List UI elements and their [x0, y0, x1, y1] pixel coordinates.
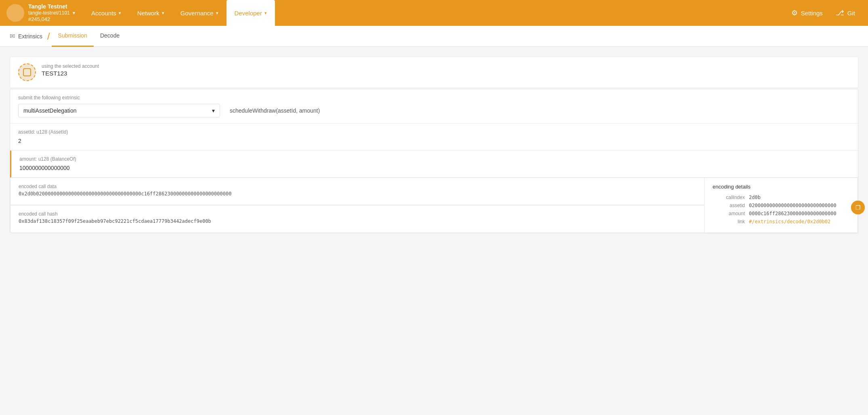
- field-assetid-inner: assetId: u128 (AssetId): [10, 124, 858, 150]
- sub-nav-label: Extrinsics: [18, 33, 42, 40]
- logo-text: Tangle Testnet tangle-testnet/1101 ▾ #24…: [28, 3, 75, 23]
- encoding-row-assetid: assetid 020000000000000000000000000000: [713, 203, 849, 208]
- encoding-details-title: encoding details: [713, 184, 849, 190]
- encoded-section: encoded call data 0x2d0b0200000000000000…: [10, 178, 858, 233]
- governance-chevron: ▾: [216, 10, 218, 16]
- main-nav: Accounts ▾ Network ▾ Governance ▾ Develo…: [83, 0, 275, 26]
- account-name: TEST123: [42, 70, 850, 77]
- module-select[interactable]: multiAssetDelegation ▾: [18, 104, 220, 117]
- encoding-row-amount: amount 0000c16ff286230000000000000000: [713, 211, 849, 216]
- field-amount-input[interactable]: [19, 165, 850, 171]
- field-assetid: assetId: u128 (AssetId): [10, 124, 858, 151]
- encoded-call-data-value: 0x2d0b0200000000000000000000000000000000…: [19, 191, 696, 197]
- nav-governance[interactable]: Governance ▾: [172, 0, 226, 26]
- module-label: multiAssetDelegation: [23, 107, 77, 114]
- encoded-call-data-label: encoded call data: [19, 184, 696, 189]
- settings-gear-icon: ⚙: [791, 8, 798, 17]
- nav-developer[interactable]: Developer ▾: [226, 0, 275, 26]
- encoding-row-link: link #/extrinsics/decode/0x2d0b02: [713, 219, 849, 224]
- encoding-key-amount: amount: [713, 211, 745, 216]
- encoding-details-panel: encoding details callindex 2d0b assetid …: [704, 178, 858, 233]
- field-assetid-input[interactable]: [18, 138, 850, 144]
- encoding-key-assetid: assetid: [713, 203, 745, 208]
- encoded-call-hash-label: encoded call hash: [19, 211, 696, 217]
- network-name: Tangle Testnet: [28, 3, 75, 10]
- nav-separator: /: [47, 31, 50, 42]
- git-label: Git: [847, 10, 855, 17]
- encoding-val-amount: 0000c16ff286230000000000000000: [749, 211, 849, 216]
- field-assetid-label: assetId: u128 (AssetId): [18, 129, 850, 135]
- field-amount-inner: amount: u128 (BalanceOf): [11, 151, 858, 177]
- developer-chevron: ▾: [264, 10, 267, 16]
- field-amount: amount: u128 (BalanceOf): [10, 151, 858, 178]
- encoded-call-hash-row: encoded call hash 0x83daf138c18357f09f25…: [19, 211, 696, 224]
- extrinsic-header: submit the following extrinsic multiAsse…: [10, 89, 858, 124]
- sub-nav-section: ✉ Extrinsics: [10, 32, 42, 40]
- tab-decode[interactable]: Decode: [94, 26, 126, 47]
- node-info: tangle-testnet/1101 ▾: [28, 10, 75, 17]
- logo-area[interactable]: Tangle Testnet tangle-testnet/1101 ▾ #24…: [6, 3, 75, 23]
- extrinsics-icon: ✉: [10, 32, 15, 40]
- module-chevron: ▾: [212, 107, 215, 114]
- nav-accounts[interactable]: Accounts ▾: [83, 0, 129, 26]
- encoding-link-value[interactable]: #/extrinsics/decode/0x2d0b02: [749, 219, 830, 224]
- encoded-call-data-row: encoded call data 0x2d0b0200000000000000…: [19, 184, 696, 197]
- block-number: #245,042: [28, 16, 75, 23]
- account-info: using the selected account TEST123: [42, 63, 850, 77]
- encoded-call-hash-value: 0x83daf138c18357f09f25eaabeb97ebc92221cf…: [19, 218, 696, 224]
- account-avatar: [18, 63, 36, 81]
- encoding-val-assetid: 020000000000000000000000000000: [749, 203, 849, 208]
- encoding-val-callindex: 2d0b: [749, 195, 849, 200]
- tab-submission[interactable]: Submission: [52, 26, 94, 47]
- git-icon: ⎇: [836, 8, 844, 17]
- encoded-left: encoded call data 0x2d0b0200000000000000…: [10, 178, 704, 233]
- encoding-key-callindex: callindex: [713, 195, 745, 200]
- network-chevron: ▾: [162, 10, 164, 16]
- account-card: using the selected account TEST123: [10, 57, 858, 88]
- encoded-call-data-card: encoded call data 0x2d0b0200000000000000…: [10, 178, 704, 205]
- copy-call-hash-icon: ❐: [855, 204, 859, 211]
- header: Tangle Testnet tangle-testnet/1101 ▾ #24…: [0, 0, 868, 26]
- extrinsic-wrapper: submit the following extrinsic multiAsse…: [10, 89, 858, 233]
- extrinsic-title: submit the following extrinsic: [18, 95, 850, 101]
- field-amount-label: amount: u128 (BalanceOf): [19, 156, 850, 162]
- account-label: using the selected account: [42, 63, 850, 69]
- encoding-row-callindex: callindex 2d0b: [713, 195, 849, 200]
- sub-nav: ✉ Extrinsics / Submission Decode: [0, 26, 868, 47]
- logo-icon: [6, 4, 24, 22]
- extrinsic-method: scheduleWithdraw(assetId, amount): [225, 104, 850, 117]
- git-button[interactable]: ⎇ Git: [829, 8, 862, 17]
- encoded-call-hash-card: encoded call hash 0x83daf138c18357f09f25…: [10, 205, 704, 233]
- settings-button[interactable]: ⚙ Settings: [785, 8, 829, 17]
- settings-label: Settings: [801, 10, 823, 17]
- main-content: using the selected account TEST123 submi…: [0, 47, 868, 415]
- dropdown-icon[interactable]: ▾: [73, 10, 75, 16]
- avatar-inner: [23, 68, 31, 76]
- accounts-chevron: ▾: [119, 10, 121, 16]
- extrinsic-row: multiAssetDelegation ▾ scheduleWithdraw(…: [18, 104, 850, 117]
- nav-network[interactable]: Network ▾: [129, 0, 172, 26]
- encoding-key-link: link: [713, 219, 745, 224]
